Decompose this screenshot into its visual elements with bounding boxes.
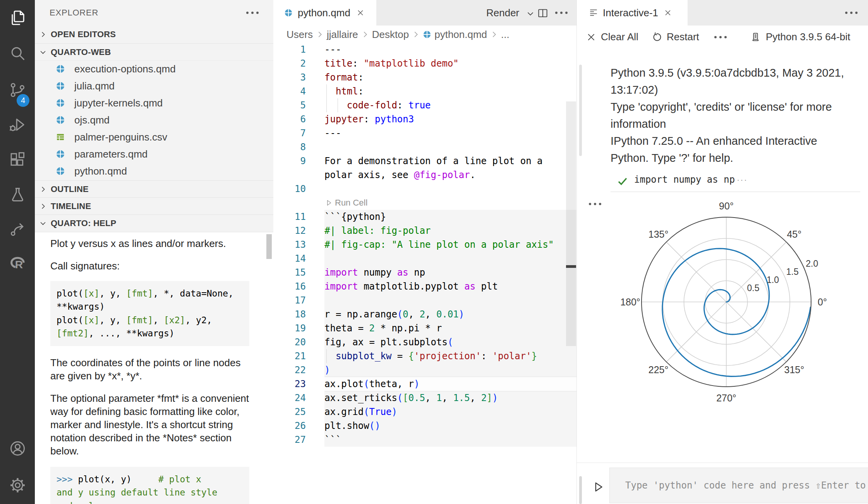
editor-scrollbar[interactable] bbox=[566, 101, 576, 346]
code-editor[interactable]: 1---2title: "matplotlib demo"3format:4 h… bbox=[273, 43, 576, 504]
breadcrumb-item-file[interactable]: python.qmd bbox=[434, 29, 487, 41]
code-line-19: 19theta = 2 * np.pi * r bbox=[273, 321, 576, 335]
interactive-window-icon bbox=[588, 8, 599, 18]
code-line-13: 13#| fig-cap: "A line plot on a polar ax… bbox=[273, 238, 576, 252]
file-item-ojs.qmd[interactable]: ojs.qmd bbox=[35, 111, 273, 129]
code-line-7: 7--- bbox=[273, 126, 576, 140]
tab-python-qmd[interactable]: python.qmd bbox=[273, 0, 376, 26]
section-quarto-web[interactable]: QUARTO-WEB bbox=[35, 43, 273, 60]
section-outline[interactable]: OUTLINE bbox=[35, 180, 273, 197]
close-icon[interactable] bbox=[356, 8, 365, 17]
activity-item-run-debug[interactable] bbox=[0, 107, 35, 142]
chevron-right-icon bbox=[411, 29, 421, 39]
code-line-5: 5 code-fold: true bbox=[273, 98, 576, 112]
play-icon[interactable] bbox=[591, 480, 605, 494]
code-line-11: 11```{python} bbox=[273, 210, 576, 224]
breadcrumb-item[interactable]: Desktop bbox=[372, 29, 409, 41]
svg-text:225°: 225° bbox=[648, 364, 669, 375]
breadcrumb-item[interactable]: Users bbox=[286, 29, 313, 41]
breadcrumb[interactable]: UsersjjallaireDesktoppython.qmd... bbox=[286, 26, 509, 43]
quarto-help-panel: Plot y versus x as lines and/or markers.… bbox=[35, 232, 273, 504]
section-label: QUARTO-WEB bbox=[51, 47, 111, 57]
editor-more-actions-button[interactable] bbox=[555, 9, 568, 17]
line-number: 16 bbox=[273, 279, 306, 293]
explorer-sidebar: EXPLORER OPEN EDITORS QUARTO-WEB executi… bbox=[35, 0, 273, 504]
quarto-file-icon bbox=[56, 149, 65, 159]
ellipsis-icon bbox=[714, 36, 727, 38]
clear-all-button[interactable]: Clear All bbox=[586, 26, 638, 48]
run-cell-codelens[interactable]: Run Cell bbox=[273, 196, 576, 210]
line-number: 13 bbox=[273, 238, 306, 252]
section-quarto-help[interactable]: QUARTO: HELP bbox=[35, 214, 273, 231]
input-placeholder: Type 'python' code here and press ⇧Enter… bbox=[625, 480, 868, 491]
activity-item-settings[interactable] bbox=[0, 468, 35, 502]
file-item-python.qmd[interactable]: python.qmd bbox=[35, 163, 273, 180]
restart-label: Restart bbox=[667, 31, 699, 43]
activity-item-search[interactable] bbox=[0, 36, 35, 70]
section-label: OUTLINE bbox=[51, 184, 89, 194]
section-open-editors[interactable]: OPEN EDITORS bbox=[35, 26, 273, 43]
ellipsis-icon bbox=[246, 12, 259, 14]
line-number: 19 bbox=[273, 321, 306, 335]
code-input-field[interactable]: Type 'python' code here and press ⇧Enter… bbox=[609, 468, 868, 503]
code-line-4: 4 html: bbox=[273, 84, 576, 98]
section-label: QUARTO: HELP bbox=[51, 218, 116, 228]
activity-item-testing[interactable] bbox=[0, 177, 35, 212]
quarto-icon bbox=[9, 220, 27, 238]
file-item-jupyter-kernels.qmd[interactable]: jupyter-kernels.qmd bbox=[35, 94, 273, 111]
activity-item-source-control[interactable]: 4 bbox=[0, 72, 35, 107]
line-number: 1 bbox=[273, 43, 306, 57]
render-button[interactable]: Render bbox=[486, 0, 519, 26]
line-number: 22 bbox=[273, 363, 306, 377]
section-label: TIMELINE bbox=[51, 201, 91, 211]
line-number: 7 bbox=[273, 126, 306, 140]
section-label: OPEN EDITORS bbox=[51, 29, 116, 39]
toolbar-more-button[interactable] bbox=[714, 26, 727, 48]
explorer-more-actions-button[interactable] bbox=[246, 9, 259, 17]
file-name: python.qmd bbox=[74, 165, 127, 177]
activity-item-explorer[interactable] bbox=[0, 0, 35, 35]
activity-item-quarto[interactable] bbox=[0, 211, 35, 246]
restart-button[interactable]: Restart bbox=[652, 26, 699, 48]
line-number: 8 bbox=[273, 140, 306, 154]
sidebar-scrollbar[interactable] bbox=[266, 234, 272, 259]
quarto-file-icon bbox=[423, 30, 431, 39]
activity-item-extensions[interactable] bbox=[0, 142, 35, 177]
breadcrumb-item[interactable]: jjallaire bbox=[327, 29, 358, 41]
code-line-1: 1--- bbox=[273, 43, 576, 57]
section-timeline[interactable]: TIMELINE bbox=[35, 197, 273, 214]
svg-text:135°: 135° bbox=[648, 229, 669, 240]
code-line-20: 20fig, ax = plt.subplots( bbox=[273, 335, 576, 349]
interactive-toolbar: Clear All Restart Python 3.9.5 64-bit bbox=[577, 26, 868, 48]
quarto-file-icon bbox=[56, 166, 65, 176]
chevron-right-icon bbox=[315, 29, 325, 39]
kernel-label: Python 3.9.5 64-bit bbox=[766, 31, 850, 43]
editor-overview-mark bbox=[566, 265, 576, 268]
file-item-palmer-penguins.csv[interactable]: palmer-penguins.csv bbox=[35, 129, 273, 146]
interactive-more-actions-button[interactable] bbox=[845, 9, 858, 17]
file-item-parameters.qmd[interactable]: parameters.qmd bbox=[35, 146, 273, 163]
kernel-picker[interactable]: Python 3.9.5 64-bit bbox=[750, 26, 850, 48]
split-editor-icon[interactable] bbox=[537, 7, 549, 19]
file-name: parameters.qmd bbox=[74, 148, 148, 160]
search-icon bbox=[9, 44, 27, 62]
activity-item-account[interactable] bbox=[0, 431, 35, 466]
cell-more-label[interactable]: ··· bbox=[737, 175, 748, 185]
tab-interactive-1[interactable]: Interactive-1 bbox=[577, 0, 688, 26]
ellipsis-icon bbox=[845, 12, 858, 14]
ellipsis-icon bbox=[555, 12, 568, 14]
line-number: 23 bbox=[273, 377, 306, 391]
breadcrumb-item-symbol[interactable]: ... bbox=[501, 29, 509, 41]
chevron-right-icon bbox=[360, 29, 370, 39]
file-name: palmer-penguins.csv bbox=[74, 131, 167, 143]
interactive-tab-bar: Interactive-1 bbox=[577, 0, 868, 26]
chevron-down-icon[interactable] bbox=[525, 9, 535, 19]
close-icon[interactable] bbox=[663, 8, 672, 17]
file-item-julia.qmd[interactable]: julia.qmd bbox=[35, 77, 273, 94]
line-number: 15 bbox=[273, 266, 306, 279]
input-separator bbox=[577, 463, 868, 463]
play-icon bbox=[325, 199, 333, 207]
activity-item-r[interactable]: R bbox=[0, 246, 35, 281]
help-paragraph: Plot y versus x as lines and/or markers. bbox=[50, 237, 226, 250]
file-item-execution-options.qmd[interactable]: execution-options.qmd bbox=[35, 60, 273, 77]
